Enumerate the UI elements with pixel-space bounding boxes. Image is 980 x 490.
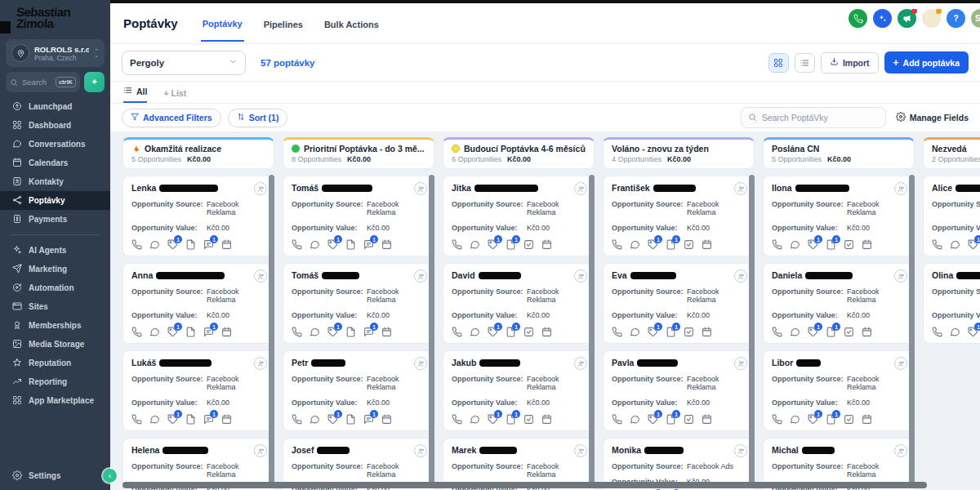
- phone-action[interactable]: [849, 9, 867, 28]
- chat-icon[interactable]: [950, 327, 960, 337]
- calendar-icon[interactable]: [541, 327, 552, 337]
- phone-icon[interactable]: [612, 239, 622, 250]
- add-poptavka-button[interactable]: + Add poptávka: [884, 51, 969, 74]
- chat-icon[interactable]: [790, 239, 800, 250]
- opportunity-card[interactable]: PetrOpportunity Source:Facebook ReklamaO…: [283, 350, 434, 431]
- file-icon[interactable]: 1: [506, 414, 516, 425]
- tag-icon[interactable]: 1: [808, 414, 818, 425]
- chat-icon[interactable]: [470, 327, 480, 337]
- sidebar-item-popt-vky[interactable]: Poptávky: [0, 191, 110, 210]
- tag-icon[interactable]: 1: [488, 327, 498, 337]
- assign-user-button[interactable]: [894, 357, 907, 370]
- opportunity-card[interactable]: TomášOpportunity Source:Facebook Reklama…: [283, 176, 434, 256]
- checkbox-icon[interactable]: [684, 327, 694, 337]
- chat-icon[interactable]: [630, 239, 640, 250]
- sidebar-item-calendars[interactable]: Calendars: [0, 154, 110, 172]
- phone-icon[interactable]: [612, 327, 622, 337]
- opportunity-card[interactable]: JitkaOpportunity Source:Facebook Reklama…: [443, 176, 595, 256]
- phone-icon[interactable]: [131, 327, 142, 337]
- chat-icon[interactable]: [470, 414, 480, 425]
- chat-icon[interactable]: [950, 239, 960, 250]
- phone-icon[interactable]: [932, 327, 942, 337]
- chat-icon[interactable]: [790, 327, 800, 337]
- tag-icon[interactable]: 1: [648, 239, 658, 250]
- opportunity-card[interactable]: IlonaOpportunity Source:Facebook Reklama…: [763, 176, 915, 256]
- sidebar-item-conversations[interactable]: Conversations: [0, 135, 110, 154]
- sidebar-item-sites[interactable]: Sites: [0, 297, 110, 316]
- sort-button[interactable]: Sort (1): [228, 109, 288, 127]
- file-icon[interactable]: [185, 327, 196, 337]
- assign-user-button[interactable]: [414, 444, 427, 457]
- horizontal-scrollbar[interactable]: [122, 482, 927, 488]
- phone-icon[interactable]: [772, 239, 782, 250]
- assign-user-button[interactable]: [574, 444, 587, 457]
- column-scrollbar[interactable]: [749, 175, 755, 483]
- note-icon[interactable]: 1: [363, 327, 374, 337]
- notifications-action[interactable]: [922, 9, 941, 28]
- view-tab-all[interactable]: All: [123, 86, 147, 103]
- assign-user-button[interactable]: [254, 270, 267, 283]
- assign-user-button[interactable]: [734, 270, 747, 283]
- phone-icon[interactable]: [292, 327, 302, 337]
- calendar-icon[interactable]: [862, 239, 872, 250]
- assign-user-button[interactable]: [254, 444, 267, 457]
- calendar-icon[interactable]: [541, 239, 552, 250]
- phone-icon[interactable]: [772, 414, 782, 425]
- file-icon[interactable]: 1: [666, 327, 676, 337]
- tab-pipelines[interactable]: Pipelines: [262, 7, 305, 41]
- tag-icon[interactable]: 1: [968, 239, 978, 250]
- sidebar-item-reporting[interactable]: Reporting: [0, 372, 110, 391]
- sidebar-item-automation[interactable]: Automation: [0, 278, 110, 297]
- phone-icon[interactable]: [612, 414, 622, 425]
- calendar-icon[interactable]: [862, 414, 872, 425]
- sidebar-item-marketing[interactable]: Marketing: [0, 260, 110, 278]
- opportunity-card[interactable]: JakubOpportunity Source:Facebook Reklama…: [443, 350, 595, 431]
- phone-icon[interactable]: [932, 239, 942, 250]
- sidebar-item-app-marketplace[interactable]: App Marketplace: [0, 391, 110, 410]
- apps-action[interactable]: [873, 9, 892, 28]
- sidebar-item-settings[interactable]: Settings: [0, 466, 110, 485]
- import-button[interactable]: Import: [821, 52, 879, 74]
- checkbox-icon[interactable]: [684, 239, 694, 250]
- tab-poptavky[interactable]: Poptávky: [201, 6, 244, 42]
- assign-user-button[interactable]: [894, 182, 907, 195]
- chat-icon[interactable]: [149, 239, 160, 250]
- checkbox-icon[interactable]: [684, 414, 694, 425]
- sidebar-item-launchpad[interactable]: Launchpad: [0, 97, 110, 116]
- profile-avatar[interactable]: SZ: [971, 9, 980, 28]
- assign-user-button[interactable]: [574, 357, 587, 370]
- checkbox-icon[interactable]: [844, 239, 854, 250]
- file-icon[interactable]: 1: [826, 414, 836, 425]
- assign-user-button[interactable]: [734, 444, 747, 457]
- calendar-icon[interactable]: [221, 327, 232, 337]
- help-action[interactable]: ?: [947, 9, 965, 28]
- sidebar-item-reputation[interactable]: Reputation: [0, 354, 110, 372]
- checkbox-icon[interactable]: [523, 414, 534, 425]
- calendar-icon[interactable]: [702, 239, 712, 250]
- opportunity-card[interactable]: LenkaOpportunity Source:Facebook Reklama…: [122, 176, 274, 256]
- calendar-icon[interactable]: [221, 414, 232, 425]
- view-tab-add-list[interactable]: + List: [163, 88, 186, 103]
- chat-icon[interactable]: [310, 414, 320, 425]
- file-icon[interactable]: 1: [506, 327, 516, 337]
- chat-icon[interactable]: [149, 414, 160, 425]
- opportunity-card[interactable]: DavidOpportunity Source:Facebook Reklama…: [443, 263, 595, 344]
- assign-user-button[interactable]: [894, 444, 907, 457]
- calendar-icon[interactable]: [381, 414, 392, 425]
- note-icon[interactable]: 1: [203, 327, 214, 337]
- phone-icon[interactable]: [131, 414, 142, 425]
- grid-view-button[interactable]: [768, 53, 789, 73]
- sidebar-item-memberships[interactable]: Memberships: [0, 316, 110, 335]
- file-icon[interactable]: 1: [666, 414, 676, 425]
- tag-icon[interactable]: 1: [167, 327, 178, 337]
- ai-assistant-button[interactable]: ✦: [84, 72, 105, 92]
- opportunity-card[interactable]: LukášOpportunity Source:Facebook Reklama…: [122, 350, 274, 431]
- tag-icon[interactable]: 1: [327, 414, 338, 425]
- tag-icon[interactable]: 1: [968, 327, 978, 337]
- opportunity-card[interactable]: TomášOpportunity Source:Facebook Reklama…: [283, 263, 434, 344]
- calendar-icon[interactable]: [381, 327, 392, 337]
- phone-icon[interactable]: [292, 239, 302, 250]
- note-icon[interactable]: 1: [363, 239, 374, 250]
- assign-user-button[interactable]: [414, 182, 427, 195]
- file-icon[interactable]: [185, 239, 196, 250]
